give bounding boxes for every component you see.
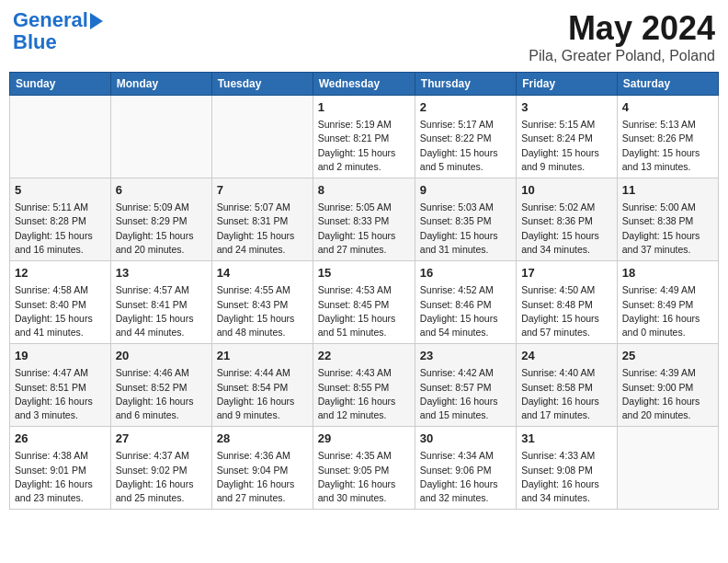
day-info: Sunrise: 4:49 AMSunset: 8:49 PMDaylight:… <box>622 283 713 339</box>
day-cell: 27Sunrise: 4:37 AMSunset: 9:02 PMDayligh… <box>110 427 211 510</box>
week-row-4: 19Sunrise: 4:47 AMSunset: 8:51 PMDayligh… <box>10 344 719 427</box>
day-number: 11 <box>622 182 713 199</box>
day-number: 2 <box>420 99 511 116</box>
day-cell: 15Sunrise: 4:53 AMSunset: 8:45 PMDayligh… <box>313 261 415 344</box>
day-number: 19 <box>15 348 106 364</box>
day-number: 21 <box>217 348 308 364</box>
month-title: May 2024 <box>529 9 715 48</box>
day-cell: 16Sunrise: 4:52 AMSunset: 8:46 PMDayligh… <box>415 261 516 344</box>
day-number: 25 <box>622 348 713 364</box>
day-info: Sunrise: 5:13 AMSunset: 8:26 PMDaylight:… <box>622 118 713 174</box>
day-number: 30 <box>420 431 511 447</box>
day-number: 6 <box>116 182 207 199</box>
day-number: 23 <box>420 348 511 364</box>
day-cell: 4Sunrise: 5:13 AMSunset: 8:26 PMDaylight… <box>617 96 718 178</box>
col-header-thursday: Thursday <box>415 73 516 96</box>
day-cell: 18Sunrise: 4:49 AMSunset: 8:49 PMDayligh… <box>617 261 718 344</box>
day-info: Sunrise: 4:33 AMSunset: 9:08 PMDaylight:… <box>521 449 612 505</box>
day-info: Sunrise: 5:19 AMSunset: 8:21 PMDaylight:… <box>318 118 410 174</box>
day-info: Sunrise: 4:36 AMSunset: 9:04 PMDaylight:… <box>217 449 308 505</box>
day-info: Sunrise: 4:38 AMSunset: 9:01 PMDaylight:… <box>15 449 106 505</box>
day-number: 29 <box>318 431 410 447</box>
day-number: 31 <box>521 431 612 447</box>
day-info: Sunrise: 5:05 AMSunset: 8:33 PMDaylight:… <box>318 201 410 257</box>
day-info: Sunrise: 4:35 AMSunset: 9:05 PMDaylight:… <box>318 449 410 505</box>
logo-text: General <box>13 9 88 31</box>
day-number: 20 <box>116 348 207 364</box>
day-cell: 20Sunrise: 4:46 AMSunset: 8:52 PMDayligh… <box>110 344 211 427</box>
day-cell: 6Sunrise: 5:09 AMSunset: 8:29 PMDaylight… <box>110 178 211 261</box>
col-header-wednesday: Wednesday <box>313 73 415 96</box>
day-info: Sunrise: 4:57 AMSunset: 8:41 PMDaylight:… <box>116 283 207 339</box>
day-cell: 8Sunrise: 5:05 AMSunset: 8:33 PMDaylight… <box>313 178 415 261</box>
week-row-5: 26Sunrise: 4:38 AMSunset: 9:01 PMDayligh… <box>10 427 719 510</box>
day-cell: 9Sunrise: 5:03 AMSunset: 8:35 PMDaylight… <box>415 178 516 261</box>
day-cell: 13Sunrise: 4:57 AMSunset: 8:41 PMDayligh… <box>110 261 211 344</box>
col-header-friday: Friday <box>517 73 618 96</box>
day-cell: 24Sunrise: 4:40 AMSunset: 8:58 PMDayligh… <box>517 344 618 427</box>
day-info: Sunrise: 4:58 AMSunset: 8:40 PMDaylight:… <box>15 283 106 339</box>
day-number: 3 <box>521 99 612 116</box>
day-number: 15 <box>318 265 410 282</box>
day-cell: 30Sunrise: 4:34 AMSunset: 9:06 PMDayligh… <box>415 427 516 510</box>
day-number: 16 <box>420 265 511 282</box>
day-cell: 7Sunrise: 5:07 AMSunset: 8:31 PMDaylight… <box>211 178 313 261</box>
week-row-3: 12Sunrise: 4:58 AMSunset: 8:40 PMDayligh… <box>10 261 719 344</box>
day-cell: 11Sunrise: 5:00 AMSunset: 8:38 PMDayligh… <box>617 178 718 261</box>
day-cell: 19Sunrise: 4:47 AMSunset: 8:51 PMDayligh… <box>10 344 111 427</box>
day-number: 26 <box>15 431 106 447</box>
day-info: Sunrise: 4:55 AMSunset: 8:43 PMDaylight:… <box>217 283 308 339</box>
day-info: Sunrise: 5:09 AMSunset: 8:29 PMDaylight:… <box>116 201 207 257</box>
day-cell: 3Sunrise: 5:15 AMSunset: 8:24 PMDaylight… <box>517 96 618 178</box>
day-cell: 23Sunrise: 4:42 AMSunset: 8:57 PMDayligh… <box>415 344 516 427</box>
col-header-saturday: Saturday <box>617 73 718 96</box>
day-info: Sunrise: 5:02 AMSunset: 8:36 PMDaylight:… <box>521 201 612 257</box>
day-number: 1 <box>318 99 410 116</box>
day-cell <box>110 96 211 178</box>
day-cell: 22Sunrise: 4:43 AMSunset: 8:55 PMDayligh… <box>313 344 415 427</box>
day-number: 22 <box>318 348 410 364</box>
day-info: Sunrise: 5:11 AMSunset: 8:28 PMDaylight:… <box>15 201 106 257</box>
title-area: May 2024 Pila, Greater Poland, Poland <box>529 9 715 64</box>
day-cell: 17Sunrise: 4:50 AMSunset: 8:48 PMDayligh… <box>517 261 618 344</box>
day-cell <box>10 96 111 178</box>
day-number: 5 <box>15 182 106 199</box>
day-cell <box>617 427 718 510</box>
week-row-2: 5Sunrise: 5:11 AMSunset: 8:28 PMDaylight… <box>10 178 719 261</box>
day-info: Sunrise: 5:07 AMSunset: 8:31 PMDaylight:… <box>217 201 308 257</box>
col-header-sunday: Sunday <box>10 73 111 96</box>
day-info: Sunrise: 5:03 AMSunset: 8:35 PMDaylight:… <box>420 201 511 257</box>
day-number: 13 <box>116 265 207 282</box>
day-info: Sunrise: 5:17 AMSunset: 8:22 PMDaylight:… <box>420 118 511 174</box>
col-header-monday: Monday <box>110 73 211 96</box>
day-number: 8 <box>318 182 410 199</box>
day-info: Sunrise: 4:37 AMSunset: 9:02 PMDaylight:… <box>116 449 207 505</box>
day-number: 17 <box>521 265 612 282</box>
day-cell: 28Sunrise: 4:36 AMSunset: 9:04 PMDayligh… <box>211 427 313 510</box>
day-cell: 26Sunrise: 4:38 AMSunset: 9:01 PMDayligh… <box>10 427 111 510</box>
day-cell: 21Sunrise: 4:44 AMSunset: 8:54 PMDayligh… <box>211 344 313 427</box>
day-cell: 10Sunrise: 5:02 AMSunset: 8:36 PMDayligh… <box>517 178 618 261</box>
day-cell: 1Sunrise: 5:19 AMSunset: 8:21 PMDaylight… <box>313 96 415 178</box>
logo-text-blue: Blue <box>13 31 103 53</box>
day-number: 28 <box>217 431 308 447</box>
day-info: Sunrise: 4:47 AMSunset: 8:51 PMDaylight:… <box>15 366 106 422</box>
day-info: Sunrise: 4:44 AMSunset: 8:54 PMDaylight:… <box>217 366 308 422</box>
day-info: Sunrise: 5:00 AMSunset: 8:38 PMDaylight:… <box>622 201 713 257</box>
week-row-1: 1Sunrise: 5:19 AMSunset: 8:21 PMDaylight… <box>10 96 719 178</box>
calendar-table: SundayMondayTuesdayWednesdayThursdayFrid… <box>9 72 719 510</box>
day-cell: 5Sunrise: 5:11 AMSunset: 8:28 PMDaylight… <box>10 178 111 261</box>
day-number: 14 <box>217 265 308 282</box>
location: Pila, Greater Poland, Poland <box>529 48 715 64</box>
day-number: 7 <box>217 182 308 199</box>
day-cell: 2Sunrise: 5:17 AMSunset: 8:22 PMDaylight… <box>415 96 516 178</box>
day-number: 24 <box>521 348 612 364</box>
day-number: 9 <box>420 182 511 199</box>
day-number: 27 <box>116 431 207 447</box>
day-cell: 14Sunrise: 4:55 AMSunset: 8:43 PMDayligh… <box>211 261 313 344</box>
day-info: Sunrise: 4:40 AMSunset: 8:58 PMDaylight:… <box>521 366 612 422</box>
day-info: Sunrise: 4:42 AMSunset: 8:57 PMDaylight:… <box>420 366 511 422</box>
day-number: 4 <box>622 99 713 116</box>
day-info: Sunrise: 4:43 AMSunset: 8:55 PMDaylight:… <box>318 366 410 422</box>
day-cell: 12Sunrise: 4:58 AMSunset: 8:40 PMDayligh… <box>10 261 111 344</box>
